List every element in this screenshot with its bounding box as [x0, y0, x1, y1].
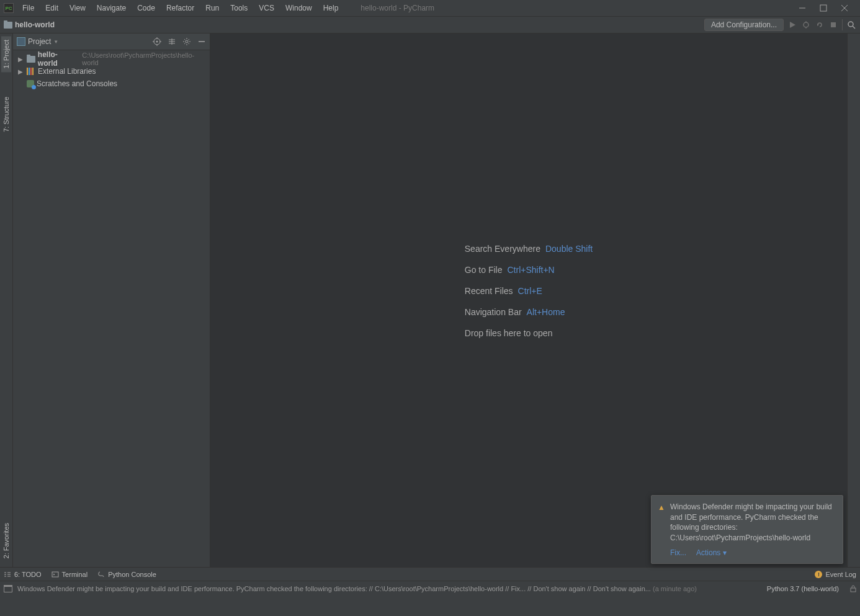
chevron-down-icon: ▼: [53, 39, 58, 45]
status-bar: Windows Defender might be impacting your…: [0, 581, 860, 596]
hint-go-to-file: Go to FileCtrl+Shift+N: [465, 265, 593, 275]
python-interpreter[interactable]: Python 3.7 (hello-world): [761, 585, 845, 592]
tool-tab-terminal[interactable]: Terminal: [52, 571, 88, 578]
status-message[interactable]: Windows Defender might be impacting your…: [17, 585, 756, 592]
tree-extlib-label: External Libraries: [38, 67, 96, 76]
left-tool-gutter: 1: Project 7: Structure 2: Favorites: [0, 33, 13, 567]
titlebar: PC File Edit View Navigate Code Refactor…: [0, 0, 860, 17]
app-icon: PC: [4, 3, 14, 13]
menu-code[interactable]: Code: [132, 1, 160, 15]
menu-navigate[interactable]: Navigate: [92, 1, 131, 15]
main-area: 1: Project 7: Structure 2: Favorites Pro…: [0, 33, 860, 567]
bottom-tool-tabs: 6: TODO Terminal Python Console ! Event …: [0, 567, 860, 581]
notification-text: Windows Defender might be impacting your…: [670, 502, 835, 543]
tool-tab-project[interactable]: 1: Project: [1, 36, 11, 72]
breadcrumb-text: hello-world: [15, 20, 55, 29]
tree-root[interactable]: ▶ hello-world C:\Users\root\PycharmProje…: [13, 53, 210, 65]
rerun-icon[interactable]: [815, 20, 825, 30]
svg-rect-9: [831, 22, 836, 27]
tool-tab-event-log[interactable]: ! Event Log: [815, 571, 856, 578]
right-tool-gutter: [847, 33, 860, 567]
tree-root-label: hello-world: [38, 50, 78, 68]
project-panel-tools: [153, 37, 206, 46]
menu-refactor[interactable]: Refactor: [161, 1, 199, 15]
project-panel-header: Project ▼: [13, 33, 210, 50]
editor-area[interactable]: Search EverywhereDouble Shift Go to File…: [210, 33, 847, 567]
svg-line-27: [184, 39, 186, 40]
hide-icon[interactable]: [197, 37, 206, 46]
menu-edit[interactable]: Edit: [40, 1, 63, 15]
tree-scratches[interactable]: Scratches and Consoles: [13, 78, 210, 90]
svg-point-5: [804, 22, 808, 27]
project-tree: ▶ hello-world C:\Users\root\PycharmProje…: [13, 50, 210, 92]
hint-search-everywhere: Search EverywhereDouble Shift: [465, 244, 593, 254]
tree-root-path: C:\Users\root\PycharmProjects\hello-worl…: [82, 51, 210, 66]
add-configuration-button[interactable]: Add Configuration...: [704, 19, 784, 31]
tool-tab-python-console[interactable]: Python Console: [97, 571, 156, 578]
navigation-bar: hello-world Add Configuration...: [0, 17, 860, 33]
menu-vcs[interactable]: VCS: [254, 1, 279, 15]
svg-point-10: [848, 22, 853, 27]
locate-icon[interactable]: [153, 37, 161, 46]
todo-icon: [4, 571, 11, 578]
menu-view[interactable]: View: [65, 1, 91, 15]
hint-navigation-bar: Navigation BarAlt+Home: [465, 307, 593, 317]
terminal-icon: [52, 571, 59, 578]
svg-marker-4: [790, 22, 795, 28]
hint-recent-files: Recent FilesCtrl+E: [465, 286, 593, 296]
svg-line-30: [189, 39, 190, 40]
tool-tab-todo[interactable]: 6: TODO: [4, 571, 42, 578]
project-panel-title[interactable]: Project ▼: [17, 37, 58, 46]
maximize-button[interactable]: [819, 4, 828, 12]
notification-actions-link[interactable]: Actions ▾: [696, 548, 727, 557]
project-tool-window: Project ▼ ▶ hello-world C:\Users\root\Py…: [13, 33, 210, 567]
svg-point-13: [156, 41, 158, 43]
svg-point-22: [186, 40, 188, 43]
libraries-icon: [27, 68, 35, 75]
menu-tools[interactable]: Tools: [225, 1, 253, 15]
svg-rect-39: [851, 588, 856, 592]
folder-icon: [27, 56, 35, 63]
stop-icon[interactable]: [828, 20, 838, 30]
run-icon[interactable]: [787, 20, 797, 30]
notification-popup: ▲ Windows Defender might be impacting yo…: [651, 495, 843, 564]
menu-help[interactable]: Help: [318, 1, 344, 15]
notification-fix-link[interactable]: Fix...: [670, 548, 686, 557]
window-title: hello-world - PyCharm: [343, 4, 798, 12]
menu-run[interactable]: Run: [200, 1, 224, 15]
tool-windows-icon[interactable]: [4, 585, 12, 592]
svg-line-28: [189, 43, 190, 45]
svg-line-29: [184, 43, 186, 45]
close-button[interactable]: [840, 4, 849, 12]
scratches-icon: [27, 80, 34, 87]
expand-all-icon[interactable]: [168, 37, 176, 46]
lock-icon[interactable]: [850, 585, 856, 592]
tool-tab-structure[interactable]: 7: Structure: [1, 93, 11, 136]
search-icon[interactable]: [846, 20, 856, 30]
window-controls: [798, 4, 860, 12]
event-log-badge-icon: !: [815, 571, 822, 578]
tool-tab-favorites[interactable]: 2: Favorites: [1, 519, 11, 562]
gear-icon[interactable]: [182, 37, 191, 46]
project-view-icon: [17, 37, 25, 46]
warning-icon: ▲: [658, 503, 665, 512]
svg-line-11: [853, 26, 855, 29]
menubar: File Edit View Navigate Code Refactor Ru…: [17, 1, 343, 15]
editor-hints: Search EverywhereDouble Shift Go to File…: [465, 244, 593, 338]
tree-external-libraries[interactable]: ▶ External Libraries: [13, 65, 210, 78]
minimize-button[interactable]: [798, 4, 807, 12]
folder-icon: [4, 22, 12, 29]
hint-drop-files: Drop files here to open: [465, 328, 593, 338]
debug-icon[interactable]: [801, 20, 811, 30]
chevron-right-icon: ▶: [18, 68, 24, 75]
breadcrumb[interactable]: hello-world: [0, 20, 55, 29]
svg-rect-1: [820, 5, 826, 11]
chevron-right-icon: ▶: [18, 56, 24, 63]
tree-scratch-label: Scratches and Consoles: [37, 79, 117, 88]
python-icon: [97, 571, 105, 578]
menu-file[interactable]: File: [17, 1, 39, 15]
toolbar-right: Add Configuration...: [704, 19, 860, 31]
menu-window[interactable]: Window: [280, 1, 317, 15]
